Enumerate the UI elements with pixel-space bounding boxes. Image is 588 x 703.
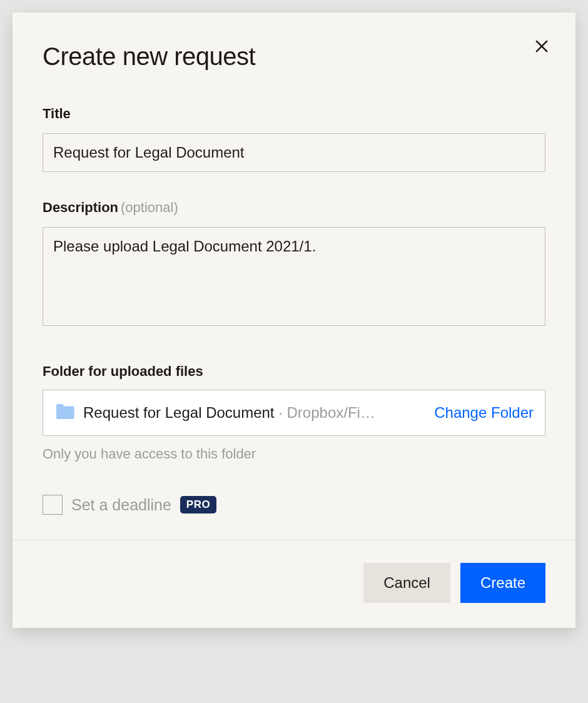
deadline-checkbox[interactable] bbox=[43, 495, 63, 515]
folder-path-text: Request for Legal Document · Dropbox/Fi… bbox=[83, 404, 419, 422]
description-label: Description bbox=[43, 200, 118, 215]
description-optional: (optional) bbox=[121, 200, 178, 215]
title-input[interactable] bbox=[43, 133, 545, 172]
change-folder-button[interactable]: Change Folder bbox=[427, 404, 534, 422]
folder-name: Request for Legal Document bbox=[83, 404, 275, 421]
description-input[interactable] bbox=[43, 227, 545, 326]
cancel-button[interactable]: Cancel bbox=[363, 563, 450, 603]
title-group: Title bbox=[43, 106, 545, 172]
create-button[interactable]: Create bbox=[460, 563, 545, 603]
description-group: Description(optional) bbox=[43, 200, 545, 328]
folder-helper-text: Only you have access to this folder bbox=[43, 446, 545, 462]
deadline-row: Set a deadline PRO bbox=[43, 495, 545, 515]
folder-path: · Dropbox/Fi… bbox=[275, 404, 375, 421]
folder-label: Folder for uploaded files bbox=[43, 363, 203, 379]
close-icon bbox=[533, 48, 550, 57]
pro-badge: PRO bbox=[180, 496, 216, 513]
folder-selector: Request for Legal Document · Dropbox/Fi…… bbox=[43, 390, 545, 436]
close-button[interactable] bbox=[530, 35, 553, 59]
folder-icon bbox=[54, 403, 76, 423]
modal-footer: Cancel Create bbox=[13, 540, 575, 628]
modal-title: Create new request bbox=[43, 43, 255, 71]
deadline-label: Set a deadline bbox=[71, 496, 171, 514]
title-label: Title bbox=[43, 106, 71, 121]
modal-body: Create new request Title Description(opt… bbox=[13, 13, 575, 540]
folder-group: Folder for uploaded files Request for Le… bbox=[43, 363, 545, 462]
modal-header: Create new request bbox=[43, 43, 545, 71]
create-request-modal: Create new request Title Description(opt… bbox=[13, 13, 575, 628]
